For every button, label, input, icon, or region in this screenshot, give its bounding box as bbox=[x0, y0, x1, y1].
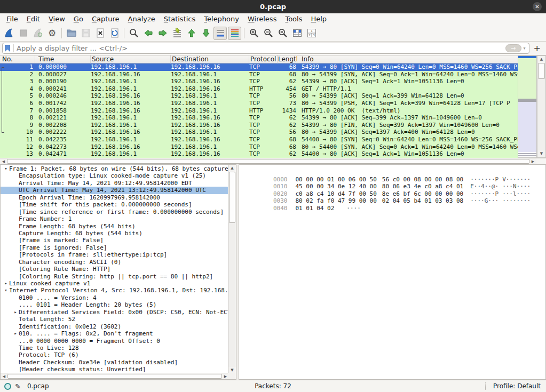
expand-arrow-icon[interactable] bbox=[12, 351, 19, 358]
menu-item[interactable]: Tools bbox=[281, 13, 306, 25]
scroll-down-arrow[interactable]: ▼ bbox=[537, 150, 545, 157]
expand-arrow-icon[interactable]: ▾ bbox=[3, 165, 9, 172]
go-to-packet-button[interactable] bbox=[170, 27, 184, 40]
expand-arrow-icon[interactable] bbox=[12, 230, 19, 237]
close-file-button[interactable] bbox=[93, 27, 107, 40]
menu-item[interactable]: Capture bbox=[88, 13, 124, 25]
packet-row[interactable]: 1 0.000000 192.168.196.1 192.168.196.16 … bbox=[0, 63, 518, 71]
detail-line[interactable]: Frame Number: 1 bbox=[1, 215, 228, 222]
expand-arrow-icon[interactable] bbox=[12, 172, 19, 179]
menu-item[interactable]: Telephony bbox=[200, 13, 243, 25]
expand-arrow-icon[interactable] bbox=[12, 209, 19, 215]
expand-arrow-icon[interactable] bbox=[12, 237, 19, 244]
open-file-button[interactable] bbox=[65, 27, 78, 40]
column-header-length[interactable]: Length bbox=[278, 55, 297, 63]
packet-row[interactable]: 13 0.042471 192.168.196.1 192.168.196.16… bbox=[0, 150, 518, 158]
scroll-right-arrow[interactable]: ▶ bbox=[529, 158, 536, 164]
column-header-destination[interactable]: Destination bbox=[171, 55, 249, 63]
detail-line[interactable]: Total Length: 52 bbox=[1, 316, 228, 323]
column-header-time[interactable]: Time bbox=[35, 55, 91, 63]
detail-line[interactable]: [Time since reference or first frame: 0.… bbox=[1, 209, 228, 215]
detail-line[interactable]: 0100 .... = Version: 4 bbox=[1, 294, 228, 301]
reload-file-button[interactable] bbox=[108, 27, 121, 40]
detail-line[interactable]: Character encoding: ASCII (0) bbox=[1, 259, 228, 266]
menu-item[interactable]: Help bbox=[306, 13, 331, 25]
expand-arrow-icon[interactable] bbox=[12, 180, 19, 187]
close-button[interactable]: ✕ bbox=[533, 2, 542, 11]
expand-arrow-icon[interactable] bbox=[12, 201, 19, 208]
menu-item[interactable]: Edit bbox=[22, 13, 44, 25]
detail-line[interactable]: [Header checksum status: Unverified] bbox=[1, 366, 228, 373]
expand-arrow-icon[interactable] bbox=[12, 223, 19, 230]
scrollbar-thumb[interactable] bbox=[538, 63, 545, 79]
expand-arrow-icon[interactable] bbox=[12, 244, 19, 251]
expand-arrow-icon[interactable]: ▸ bbox=[12, 330, 19, 337]
packet-row[interactable]: 11 0.042235 192.168.196.1 192.168.196.16… bbox=[0, 136, 518, 143]
detail-line[interactable]: Frame Length: 68 bytes (544 bits) bbox=[1, 223, 228, 230]
scrollbar-groove[interactable] bbox=[537, 79, 545, 150]
packet-row[interactable]: 7 0.001858 192.168.196.16 192.168.196.1 … bbox=[0, 107, 518, 115]
details-vertical-scrollbar[interactable]: ▲ ▼ bbox=[228, 165, 236, 374]
stop-capture-button[interactable] bbox=[17, 27, 30, 40]
detail-line[interactable]: Protocol: TCP (6) bbox=[1, 351, 228, 358]
add-filter-button[interactable]: + bbox=[529, 43, 544, 53]
capture-options-button[interactable]: ⚙ bbox=[45, 27, 59, 40]
column-header-info[interactable]: Info bbox=[297, 55, 518, 63]
expand-arrow-icon[interactable] bbox=[12, 294, 19, 301]
packet-row[interactable]: 4 0.000241 192.168.196.1 192.168.196.16 … bbox=[0, 85, 518, 93]
detail-line[interactable]: Arrival Time: May 14, 2021 09:12:49.9581… bbox=[1, 180, 228, 187]
expand-arrow-icon[interactable]: ▸ bbox=[12, 309, 19, 316]
packet-row[interactable]: 10 0.002222 192.168.196.16 192.168.196.1… bbox=[0, 129, 518, 136]
packet-row[interactable]: 9 0.002208 192.168.196.1 192.168.196.16 … bbox=[0, 122, 518, 129]
status-profile[interactable]: Profile: Default bbox=[485, 382, 541, 390]
detail-line[interactable]: Epoch Arrival Time: 1620997969.958142000 bbox=[1, 194, 228, 201]
detail-line[interactable]: ▾ Internet Protocol Version 4, Src: 192.… bbox=[1, 287, 228, 294]
filter-dropdown-chevron-icon[interactable]: ▾ bbox=[524, 46, 526, 51]
apply-filter-button[interactable]: → bbox=[505, 44, 521, 52]
expand-arrow-icon[interactable] bbox=[12, 273, 19, 280]
detail-line[interactable]: [Coloring Rule String: http || tcp.port … bbox=[1, 273, 228, 280]
expand-arrow-icon[interactable] bbox=[12, 345, 19, 351]
scroll-up-arrow[interactable]: ▲ bbox=[228, 165, 236, 172]
expand-arrow-icon[interactable] bbox=[12, 316, 19, 323]
go-back-button[interactable] bbox=[141, 27, 155, 40]
menu-item[interactable]: Go bbox=[69, 13, 88, 25]
scrollbar-thumb[interactable] bbox=[229, 172, 235, 223]
expand-arrow-icon[interactable] bbox=[12, 359, 19, 366]
expand-arrow-icon[interactable] bbox=[12, 338, 19, 345]
packet-row[interactable]: 8 0.002121 192.168.196.1 192.168.196.16 … bbox=[0, 114, 518, 122]
detail-line[interactable]: ▸ Differentiated Services Field: 0x00 (D… bbox=[1, 309, 228, 316]
bookmark-icon[interactable] bbox=[5, 45, 10, 52]
detail-line[interactable]: Capture Length: 68 bytes (544 bits) bbox=[1, 230, 228, 237]
packet-row[interactable]: 5 0.000246 192.168.196.16 192.168.196.1 … bbox=[0, 92, 518, 100]
go-first-packet-button[interactable] bbox=[185, 27, 198, 40]
details-horizontal-scrollbar[interactable]: ◀ ▶ bbox=[1, 373, 229, 379]
detail-line[interactable]: ▾ Frame 1: Packet, 68 bytes on wire (544… bbox=[1, 165, 228, 172]
menu-item[interactable]: File bbox=[2, 13, 22, 25]
detail-line[interactable]: [Frame is ignored: False] bbox=[1, 244, 228, 251]
expand-arrow-icon[interactable] bbox=[12, 266, 19, 273]
expand-arrow-icon[interactable] bbox=[12, 251, 19, 258]
save-file-button[interactable] bbox=[79, 27, 92, 40]
column-header-protocol[interactable]: Protocol bbox=[249, 55, 278, 63]
expand-arrow-icon[interactable] bbox=[12, 215, 19, 222]
packet-row[interactable]: 12 0.042273 192.168.196.16 192.168.196.1… bbox=[0, 143, 518, 151]
detail-line[interactable]: [Time shift for this packet: 0.000000000… bbox=[1, 201, 228, 208]
menu-item[interactable]: Wireless bbox=[243, 13, 281, 25]
expand-arrow-icon[interactable] bbox=[12, 187, 19, 194]
detail-line[interactable]: [Coloring Rule Name: HTTP] bbox=[1, 266, 228, 273]
packet-row[interactable]: 2 0.000027 192.168.196.16 192.168.196.1 … bbox=[0, 71, 518, 78]
go-forward-button[interactable] bbox=[156, 27, 169, 40]
column-header-no[interactable]: No. bbox=[0, 55, 35, 63]
restart-capture-button[interactable] bbox=[31, 27, 44, 40]
zoom-in-button[interactable] bbox=[247, 27, 260, 40]
expand-arrow-icon[interactable] bbox=[12, 259, 19, 266]
detail-line[interactable]: Encapsulation type: Linux cooked-mode ca… bbox=[1, 172, 228, 179]
menu-item[interactable]: Statistics bbox=[160, 13, 200, 25]
colorize-packets-button[interactable] bbox=[228, 27, 241, 40]
detail-line[interactable]: Header Checksum: 0xe34e [validation disa… bbox=[1, 359, 228, 366]
expand-arrow-icon[interactable]: ▸ bbox=[3, 280, 9, 287]
auto-scroll-button[interactable] bbox=[213, 27, 227, 40]
resize-columns-button[interactable] bbox=[290, 27, 304, 40]
scrollbar-groove[interactable] bbox=[228, 223, 236, 367]
